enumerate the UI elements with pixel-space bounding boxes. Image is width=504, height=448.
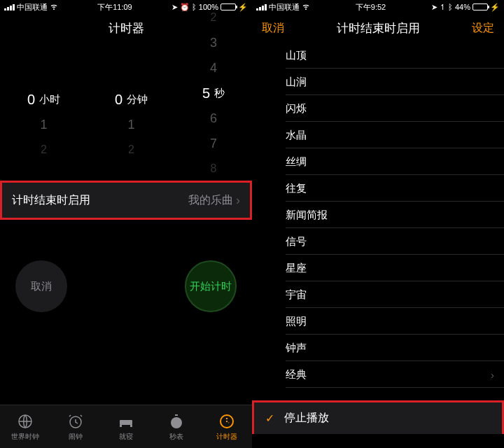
battery-icon bbox=[472, 4, 488, 10]
sound-item[interactable]: 丝绸 bbox=[252, 148, 504, 175]
sound-item[interactable]: 往复 bbox=[252, 175, 504, 202]
bed-icon bbox=[117, 412, 135, 430]
tab-timer[interactable]: 计时器 bbox=[202, 405, 252, 448]
sound-item[interactable]: 钟声 bbox=[252, 335, 504, 361]
status-time: 下午9:52 bbox=[356, 2, 386, 13]
nav-up-icon: ↿ bbox=[440, 3, 446, 12]
cancel-button[interactable]: 取消 bbox=[15, 260, 67, 312]
sound-picker-screen: 中国联通 下午9:52 ➤ ↿ ᛒ 44% ⚡ 取消 计时结束时启用 设定 山顶… bbox=[252, 0, 504, 448]
sound-item[interactable]: 宇宙 bbox=[252, 281, 504, 308]
stopwatch-icon bbox=[167, 412, 186, 430]
sound-item[interactable]: 新闻简报 bbox=[252, 202, 504, 228]
alarm-icon bbox=[66, 412, 85, 430]
sound-item[interactable]: 山涧 bbox=[252, 69, 504, 95]
secs-column[interactable]: 2 3 4 5秒 6 7 8 bbox=[202, 5, 225, 181]
status-time: 下午11:09 bbox=[97, 2, 132, 13]
mins-column[interactable]: 0分钟 1 2 bbox=[115, 62, 148, 162]
sound-item[interactable]: 水晶 bbox=[252, 122, 504, 148]
sound-item[interactable]: 星座 bbox=[252, 255, 504, 281]
when-timer-ends-row[interactable]: 计时结束时启用 我的乐曲 › bbox=[2, 183, 250, 218]
page-title: 计时器 bbox=[108, 20, 144, 36]
page-title: 计时结束时启用 bbox=[337, 20, 420, 36]
status-bar: 中国联通 下午9:52 ➤ ↿ ᛒ 44% ⚡ bbox=[252, 0, 504, 14]
svg-rect-2 bbox=[120, 420, 132, 425]
sound-item[interactable]: 闪烁 bbox=[252, 95, 504, 122]
bluetooth-icon: ᛒ bbox=[448, 3, 453, 11]
sound-item[interactable]: 信号 bbox=[252, 228, 504, 255]
time-picker[interactable]: 0小时 1 2 0分钟 1 2 2 3 4 5秒 6 7 8 bbox=[0, 56, 252, 168]
button-row: 取消 开始计时 bbox=[0, 232, 252, 312]
svg-rect-3 bbox=[120, 425, 122, 427]
alarm-mini-icon: ⏰ bbox=[180, 3, 190, 12]
tab-stopwatch[interactable]: 秒表 bbox=[151, 405, 202, 448]
sound-list[interactable]: 山顶山涧闪烁水晶丝绸往复新闻简报信号星座宇宙照明钟声经典› bbox=[252, 42, 504, 388]
battery-pct: 44% bbox=[455, 3, 470, 11]
location-icon: ➤ bbox=[172, 3, 178, 12]
timer-icon bbox=[218, 412, 236, 430]
when-timer-ends-highlight: 计时结束时启用 我的乐曲 › bbox=[0, 181, 252, 220]
setting-label: 计时结束时启用 bbox=[12, 193, 90, 208]
setting-value: 我的乐曲 bbox=[188, 193, 233, 208]
tab-bedtime[interactable]: 就寝 bbox=[101, 405, 151, 448]
signal-icon bbox=[4, 4, 15, 10]
svg-rect-4 bbox=[130, 425, 132, 427]
nav-header: 取消 计时结束时启用 设定 bbox=[252, 14, 504, 42]
sound-item[interactable]: 照明 bbox=[252, 308, 504, 335]
charging-icon: ⚡ bbox=[238, 3, 248, 12]
carrier-label: 中国联通 bbox=[17, 2, 48, 13]
timer-screen: 中国联通 下午11:09 ➤ ⏰ ᛒ 100% ⚡ 计时器 0小时 1 2 0分… bbox=[0, 0, 252, 448]
set-button[interactable]: 设定 bbox=[472, 21, 494, 36]
bluetooth-icon: ᛒ bbox=[192, 3, 197, 11]
hours-column[interactable]: 0小时 1 2 bbox=[27, 62, 60, 162]
wifi-icon bbox=[302, 2, 310, 12]
chevron-right-icon: › bbox=[236, 193, 240, 208]
start-button[interactable]: 开始计时 bbox=[185, 260, 237, 312]
sound-item[interactable]: 山顶 bbox=[252, 42, 504, 69]
checkmark-icon: ✓ bbox=[265, 412, 274, 425]
tab-world-clock[interactable]: 世界时钟 bbox=[0, 405, 50, 448]
carrier-label: 中国联通 bbox=[269, 2, 300, 13]
location-icon: ➤ bbox=[431, 3, 438, 12]
wifi-icon bbox=[50, 2, 58, 12]
stop-playing-label: 停止播放 bbox=[284, 411, 329, 426]
svg-rect-6 bbox=[175, 414, 178, 416]
stop-playing-row[interactable]: ✓ 停止播放 bbox=[252, 400, 504, 434]
globe-icon bbox=[16, 412, 34, 430]
chevron-right-icon: › bbox=[491, 369, 494, 381]
svg-point-5 bbox=[171, 417, 182, 428]
tab-alarm[interactable]: 闹钟 bbox=[50, 405, 101, 448]
charging-icon: ⚡ bbox=[490, 3, 500, 12]
sound-item[interactable]: 经典› bbox=[252, 361, 504, 388]
tab-bar: 世界时钟 闹钟 就寝 秒表 计时器 bbox=[0, 405, 252, 448]
cancel-button[interactable]: 取消 bbox=[262, 21, 284, 36]
signal-icon bbox=[256, 4, 267, 10]
